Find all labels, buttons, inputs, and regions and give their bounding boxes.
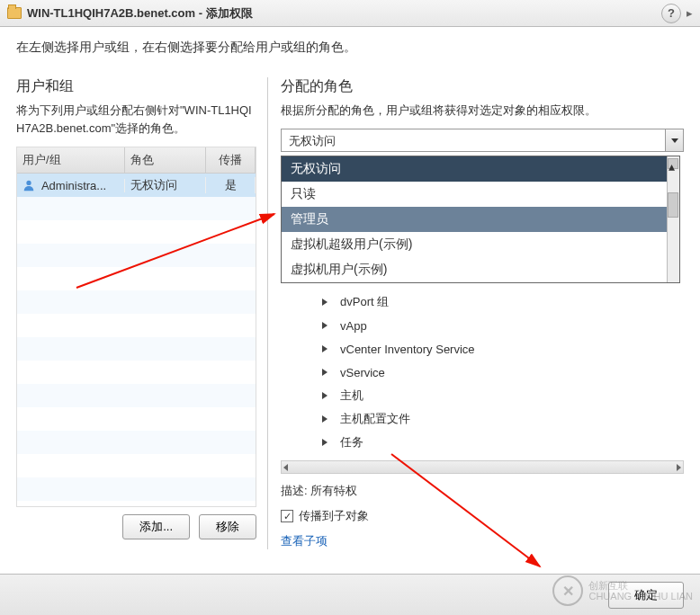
tree-item[interactable]: vApp xyxy=(281,314,684,337)
roles-panel: 分配的角色 根据所分配的角色，用户或组将获得对选定对象的相应权限。 无权访问 无… xyxy=(268,77,684,549)
tree-label: vService xyxy=(340,366,385,379)
tree-item[interactable]: vCenter Inventory Service xyxy=(281,337,684,361)
expand-icon[interactable] xyxy=(322,299,328,306)
left-heading: 用户和组 xyxy=(16,77,256,96)
role-dropdown-list: 无权访问 只读 管理员 虚拟机超级用户(示例) 虚拟机用户(示例) ▴ xyxy=(281,156,680,283)
scroll-up-icon[interactable]: ▴ xyxy=(668,158,678,169)
watermark-icon: ✕ xyxy=(552,575,583,606)
help-button[interactable]: ? xyxy=(661,4,681,23)
expand-icon[interactable] xyxy=(322,439,328,446)
table-body: Administra... 无权访问 是 xyxy=(17,174,256,506)
cell-user: Administra... xyxy=(17,179,125,192)
dropdown-item-vm-superuser[interactable]: 虚拟机超级用户(示例) xyxy=(282,232,679,257)
watermark-brand: 创新互联 xyxy=(588,580,693,591)
folder-icon xyxy=(7,7,22,19)
tree-item[interactable]: 主机 xyxy=(281,384,684,407)
tree-label: dvPort 组 xyxy=(340,294,389,310)
propagate-label: 传播到子对象 xyxy=(299,508,369,524)
role-combobox-button[interactable] xyxy=(665,129,683,151)
expand-icon[interactable] xyxy=(322,345,328,352)
window-title: WIN-TL1HQIH7A2B.benet.com - 添加权限 xyxy=(27,5,253,22)
title-bar: WIN-TL1HQIH7A2B.benet.com - 添加权限 ? ▸ xyxy=(0,0,700,27)
desc-value: 所有特权 xyxy=(310,484,357,497)
tree-label: vApp xyxy=(340,319,367,333)
expand-icon[interactable] xyxy=(322,322,328,329)
expand-icon[interactable] xyxy=(322,369,328,376)
right-desc: 根据所分配的角色，用户或组将获得对选定对象的相应权限。 xyxy=(281,102,684,120)
add-button[interactable]: 添加... xyxy=(122,514,190,539)
dropdown-item-no-access[interactable]: 无权访问 xyxy=(282,156,679,182)
cell-user-text: Administra... xyxy=(41,179,106,192)
desc-label: 描述: xyxy=(281,484,308,497)
view-children-link[interactable]: 查看子项 xyxy=(281,533,684,549)
tree-label: 主机配置文件 xyxy=(340,411,410,427)
scroll-right-icon[interactable] xyxy=(677,464,681,471)
watermark: ✕ 创新互联 CHUANG XIN HU LIAN xyxy=(552,575,693,606)
users-table: 用户/组 角色 传播 Administra... 无权访问 是 xyxy=(16,147,256,507)
role-combobox[interactable]: 无权访问 xyxy=(281,129,684,152)
table-row[interactable]: Administra... 无权访问 是 xyxy=(17,174,256,197)
svg-point-0 xyxy=(26,181,31,185)
tree-label: 主机 xyxy=(340,388,363,404)
tree-label: vCenter Inventory Service xyxy=(340,343,475,356)
tree-item[interactable]: 主机配置文件 xyxy=(281,407,684,431)
remove-button[interactable]: 移除 xyxy=(199,514,256,539)
tree-label: 任务 xyxy=(340,434,363,450)
dropdown-item-vm-user[interactable]: 虚拟机用户(示例) xyxy=(282,257,679,282)
chevron-down-icon xyxy=(671,138,678,143)
users-groups-panel: 用户和组 将为下列用户或组分配右侧针对"WIN-TL1HQIH7A2B.bene… xyxy=(16,77,268,549)
tree-item[interactable]: dvPort 组 xyxy=(281,290,684,314)
cell-role: 无权访问 xyxy=(125,177,206,193)
help-dropdown-caret[interactable]: ▸ xyxy=(687,6,693,20)
role-combobox-value: 无权访问 xyxy=(282,129,665,151)
cell-prop: 是 xyxy=(206,177,256,193)
expand-icon[interactable] xyxy=(322,415,328,423)
tree-item[interactable]: 任务 xyxy=(281,431,684,454)
user-icon xyxy=(22,179,35,192)
left-desc: 将为下列用户或组分配右侧针对"WIN-TL1HQIH7A2B.benet.com… xyxy=(16,102,256,138)
tree-horizontal-scrollbar[interactable] xyxy=(281,461,684,474)
col-role[interactable]: 角色 xyxy=(125,147,206,173)
propagate-checkbox[interactable]: ✓ xyxy=(281,510,293,522)
scroll-left-icon[interactable] xyxy=(283,464,288,471)
propagate-checkbox-row[interactable]: ✓ 传播到子对象 xyxy=(281,508,684,524)
expand-icon[interactable] xyxy=(322,392,328,399)
table-header: 用户/组 角色 传播 xyxy=(17,147,256,174)
right-heading: 分配的角色 xyxy=(281,77,684,96)
instruction-text: 在左侧选择用户或组，在右侧选择要分配给用户或组的角色。 xyxy=(0,27,700,77)
dropdown-item-readonly[interactable]: 只读 xyxy=(282,182,679,207)
col-prop[interactable]: 传播 xyxy=(206,147,256,173)
dropdown-scrollbar[interactable]: ▴ xyxy=(667,156,679,282)
tree-item[interactable]: vService xyxy=(281,361,684,384)
scroll-thumb[interactable] xyxy=(668,192,678,218)
col-user[interactable]: 用户/组 xyxy=(17,147,125,173)
dropdown-item-admin[interactable]: 管理员 xyxy=(282,207,679,232)
role-description: 描述: 所有特权 xyxy=(281,483,684,499)
privileges-tree: dvPort 组 vApp vCenter Inventory Service … xyxy=(281,290,684,461)
watermark-url: CHUANG XIN HU LIAN xyxy=(588,591,693,602)
